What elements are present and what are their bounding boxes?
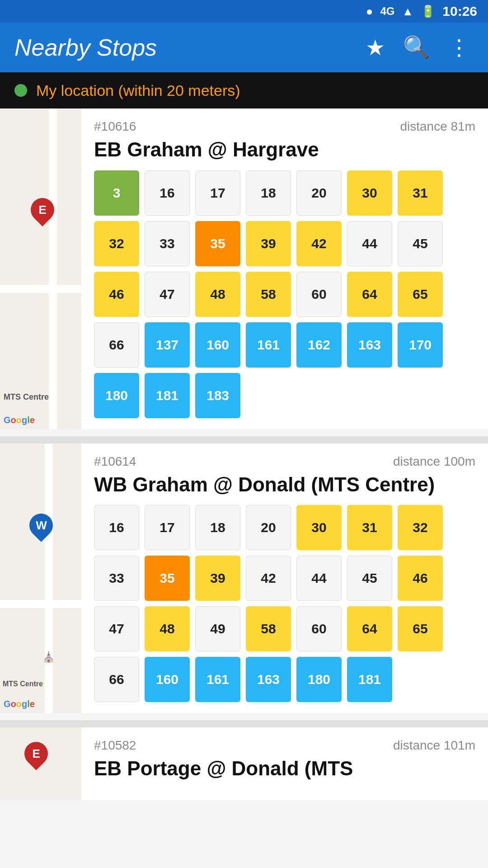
route-chip[interactable]: 64 (347, 272, 392, 317)
stop-name-2[interactable]: WB Graham @ Donald (MTS Centre) (94, 473, 475, 496)
route-chip[interactable]: 161 (195, 657, 240, 702)
signal-4g-icon: 4G (380, 5, 395, 18)
route-chip[interactable]: 30 (296, 505, 342, 550)
app-title: Nearby Stops (14, 34, 351, 61)
route-chip[interactable]: 49 (195, 606, 240, 651)
favorites-button[interactable]: ★ (362, 31, 389, 64)
route-chip[interactable]: 35 (195, 221, 240, 266)
route-chip[interactable]: 45 (398, 221, 443, 266)
stop-info-3: #10582 distance 101m EB Portage @ Donald… (81, 727, 488, 800)
route-chip[interactable]: 48 (145, 606, 190, 651)
route-chip[interactable]: 65 (398, 606, 443, 651)
route-chip[interactable]: 180 (94, 373, 139, 418)
route-chip[interactable]: 30 (347, 170, 392, 216)
route-chip[interactable]: 58 (246, 606, 291, 651)
route-chip[interactable]: 31 (398, 170, 443, 216)
time-display: 10:26 (442, 4, 477, 19)
route-chip[interactable]: 46 (94, 272, 139, 317)
route-chip[interactable]: 31 (347, 505, 392, 550)
route-chip[interactable]: 42 (296, 221, 342, 266)
route-chip[interactable]: 163 (347, 322, 392, 368)
stop-distance-3: distance 101m (393, 738, 475, 753)
route-chip[interactable]: 16 (94, 505, 139, 550)
map-label-2: MTS Centre (3, 680, 43, 688)
signal-bars-icon: ▲ (402, 5, 414, 19)
route-chip[interactable]: 44 (296, 556, 342, 601)
route-chip[interactable]: 60 (296, 272, 342, 317)
route-chip[interactable]: 60 (296, 606, 342, 651)
route-chip[interactable]: 18 (246, 170, 291, 216)
stop-card: E MTS Centre Google #10616 distance 81m … (0, 108, 488, 429)
route-chip[interactable]: 45 (347, 556, 392, 601)
route-chip[interactable]: 163 (246, 657, 291, 702)
stop-card-3: E #10582 distance 101m EB Portage @ Dona… (0, 727, 488, 800)
route-chip[interactable]: 3 (94, 170, 139, 216)
search-button[interactable]: 🔍 (399, 31, 434, 64)
route-chip[interactable]: 183 (195, 373, 240, 418)
location-status-text: My location (within 20 meters) (36, 82, 240, 99)
route-chip[interactable]: 44 (347, 221, 392, 266)
status-bar: ● 4G ▲ 🔋 10:26 (0, 0, 488, 23)
route-chip[interactable]: 58 (246, 272, 291, 317)
location-icon: ● (366, 5, 373, 19)
route-chip[interactable]: 39 (246, 221, 291, 266)
route-chip[interactable]: 17 (145, 505, 190, 550)
route-chip[interactable]: 181 (145, 373, 190, 418)
route-chip[interactable]: 161 (246, 322, 291, 368)
stop-id-1: #10616 (94, 119, 136, 134)
stop-map-1[interactable]: E MTS Centre Google (0, 108, 81, 429)
route-chip[interactable]: 170 (398, 322, 443, 368)
route-chip[interactable]: 66 (94, 322, 139, 368)
routes-grid-1: 3161718203031323335394244454647485860646… (94, 170, 475, 418)
route-chip[interactable]: 160 (195, 322, 240, 368)
map-label-1: MTS Centre (4, 392, 49, 402)
route-chip[interactable]: 180 (296, 657, 342, 702)
route-chip[interactable]: 17 (195, 170, 240, 216)
stop-distance-2: distance 100m (393, 454, 475, 469)
stop-id-2: #10614 (94, 454, 136, 469)
route-chip[interactable]: 35 (145, 556, 190, 601)
route-chip[interactable]: 162 (296, 322, 342, 368)
route-chip[interactable]: 33 (94, 556, 139, 601)
stop-name-3[interactable]: EB Portage @ Donald (MTS (94, 757, 475, 780)
routes-grid-2: 1617182030313233353942444546474849586064… (94, 505, 475, 702)
route-chip[interactable]: 33 (145, 221, 190, 266)
stop-map-3[interactable]: E (0, 727, 81, 800)
stop-id-3: #10582 (94, 738, 136, 753)
stop-meta-3: #10582 distance 101m (94, 738, 475, 753)
route-chip[interactable]: 64 (347, 606, 392, 651)
google-logo-2: Google (4, 699, 35, 709)
route-chip[interactable]: 65 (398, 272, 443, 317)
route-chip[interactable]: 46 (398, 556, 443, 601)
route-chip[interactable]: 181 (347, 657, 392, 702)
stop-distance-1: distance 81m (400, 119, 475, 134)
stop-card-2: W MTS Centre ⛪ Google #10614 distance 10… (0, 443, 488, 713)
stop-name-1[interactable]: EB Graham @ Hargrave (94, 138, 475, 161)
route-chip[interactable]: 32 (94, 221, 139, 266)
route-chip[interactable]: 137 (145, 322, 190, 368)
stop-map-2[interactable]: W MTS Centre ⛪ Google (0, 443, 81, 713)
route-chip[interactable]: 66 (94, 657, 139, 702)
route-chip[interactable]: 20 (296, 170, 342, 216)
map-icon-2: ⛪ (42, 651, 55, 663)
route-chip[interactable]: 160 (145, 657, 190, 702)
stop-meta-1: #10616 distance 81m (94, 119, 475, 134)
app-bar: Nearby Stops ★ 🔍 ⋮ (0, 23, 488, 72)
route-chip[interactable]: 47 (94, 606, 139, 651)
stop-info-1: #10616 distance 81m EB Graham @ Hargrave… (81, 108, 488, 429)
route-chip[interactable]: 42 (246, 556, 291, 601)
route-chip[interactable]: 39 (195, 556, 240, 601)
route-chip[interactable]: 32 (398, 505, 443, 550)
route-chip[interactable]: 18 (195, 505, 240, 550)
route-chip[interactable]: 47 (145, 272, 190, 317)
location-dot-icon (14, 84, 27, 97)
battery-icon: 🔋 (421, 5, 435, 19)
google-logo-1: Google (4, 415, 35, 425)
location-bar: My location (within 20 meters) (0, 72, 488, 108)
route-chip[interactable]: 20 (246, 505, 291, 550)
stop-meta-2: #10614 distance 100m (94, 454, 475, 469)
route-chip[interactable]: 48 (195, 272, 240, 317)
stop-info-2: #10614 distance 100m WB Graham @ Donald … (81, 443, 488, 713)
more-options-button[interactable]: ⋮ (445, 31, 474, 64)
route-chip[interactable]: 16 (145, 170, 190, 216)
